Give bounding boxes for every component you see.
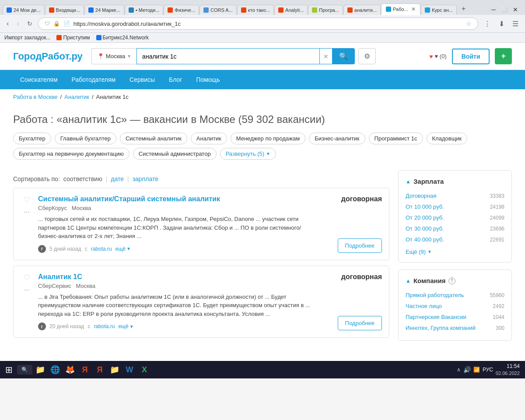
- details-button-1[interactable]: Подробнее: [338, 238, 382, 253]
- source-link-1[interactable]: rabota.ru: [91, 246, 112, 252]
- tab-5[interactable]: Физиче...: [164, 5, 199, 15]
- back-button[interactable]: ‹: [4, 19, 11, 28]
- salary-more-button[interactable]: Ещё (9) ▼: [406, 248, 504, 255]
- new-tab-button[interactable]: +: [457, 3, 470, 15]
- taskbar-up-icon[interactable]: ∧: [457, 367, 461, 373]
- nav-item-servisy[interactable]: Сервисы: [122, 70, 162, 89]
- tag-analitik[interactable]: Аналитик: [191, 133, 227, 144]
- tab-2[interactable]: Входящи...: [45, 5, 84, 15]
- login-button[interactable]: Войти: [452, 49, 490, 64]
- extensions-icon[interactable]: ⋮: [482, 19, 493, 29]
- tab-1[interactable]: 24 Мои де...: [3, 5, 45, 15]
- tab-8[interactable]: Analyti...: [274, 5, 308, 15]
- tag-menedzher[interactable]: Менеджер по продажам: [231, 133, 305, 144]
- salary-row-4[interactable]: От 40 000 руб. 22691: [406, 234, 504, 245]
- job-description-1: ... торговых сетей и их поставщики, 1С, …: [38, 215, 315, 241]
- taskbar-files-icon[interactable]: 📁: [33, 363, 47, 377]
- search-button[interactable]: 🔍: [332, 48, 355, 64]
- expand-tags-button[interactable]: Развернуть (5) ▼: [220, 148, 276, 160]
- salary-row-2[interactable]: От 20 000 руб. 24099: [406, 212, 504, 223]
- nav-item-rabotodatelyam[interactable]: Работодателям: [65, 70, 123, 89]
- company-row-2[interactable]: Партнерские Вакансии 1044: [406, 312, 504, 322]
- sort-by-salary[interactable]: зарплате: [133, 175, 158, 182]
- favorites-button[interactable]: ♥ ♥ (0): [429, 53, 447, 60]
- company-row-1[interactable]: Частное лицо 2492: [406, 301, 504, 312]
- tag-glavny-buhgalter[interactable]: Главный бухгалтер: [55, 133, 116, 144]
- salary-row-0[interactable]: Договорная 33383: [406, 190, 504, 201]
- nav-item-blog[interactable]: Блог: [162, 70, 189, 89]
- job-title-1[interactable]: Системный аналитик/Старший системный ана…: [38, 195, 220, 203]
- tag-kladovshik[interactable]: Кладовщик: [427, 133, 468, 144]
- taskbar-speaker-icon[interactable]: 🔊: [463, 366, 471, 373]
- sort-by-relevance[interactable]: соответствию: [63, 175, 102, 182]
- more-sources-2[interactable]: ещё ▼: [118, 323, 133, 329]
- favorite-heart-2[interactable]: ♡: [23, 273, 30, 283]
- taskbar-search[interactable]: 🔍: [17, 365, 32, 374]
- nav-item-soiskatelyam[interactable]: Соискателям: [13, 70, 65, 89]
- search-input[interactable]: [136, 48, 319, 64]
- bookmark-import[interactable]: Импорт закладок...: [4, 35, 50, 41]
- tab-4[interactable]: • Методи...: [125, 5, 163, 15]
- add-vacancy-button[interactable]: +: [495, 48, 512, 64]
- company-help-icon[interactable]: ?: [448, 277, 455, 284]
- tag-programmist-1s[interactable]: Программист 1с: [369, 133, 423, 144]
- breadcrumb-analytik[interactable]: Аналитик: [64, 94, 89, 100]
- more-sources-1[interactable]: ещё ▼: [116, 246, 131, 252]
- tab-10[interactable]: аналити...: [343, 5, 381, 15]
- location-selector[interactable]: 📍 Москва ▼: [91, 48, 136, 64]
- company-row-0[interactable]: Прямой работодатель 55960: [406, 290, 504, 301]
- taskbar-firefox-icon[interactable]: 🦊: [63, 363, 77, 377]
- taskbar-excel-icon[interactable]: X: [137, 363, 151, 377]
- tag-sistemny-analitik[interactable]: Системный аналитик: [120, 133, 187, 144]
- sort-label: Сортировать по:: [13, 175, 60, 182]
- taskbar-yandex-icon[interactable]: Я: [78, 363, 92, 377]
- taskbar-yandex2-icon[interactable]: Я: [93, 363, 107, 377]
- close-button[interactable]: ✕: [513, 6, 518, 13]
- company-collapse-icon[interactable]: ▲: [406, 278, 411, 284]
- tab-11[interactable]: Курс ан...: [421, 5, 457, 15]
- menu-icon[interactable]: ☰: [510, 19, 521, 29]
- bookmark-bitrix[interactable]: Битрикс24.Network: [96, 35, 149, 41]
- tab-active[interactable]: Рабо... ✕: [381, 4, 420, 15]
- start-button[interactable]: ⊞: [2, 363, 16, 377]
- taskbar-network-icon[interactable]: 📶: [473, 367, 480, 373]
- salary-row-3[interactable]: От 30 000 руб. 23696: [406, 223, 504, 234]
- company-row-3[interactable]: Иннотех, Группа компаний 300: [406, 322, 504, 333]
- forward-button[interactable]: ›: [14, 19, 21, 28]
- tab-9[interactable]: Програ...: [308, 5, 343, 15]
- download-icon[interactable]: ⬇: [497, 19, 507, 29]
- taskbar-word-icon[interactable]: W: [122, 363, 136, 377]
- taskbar-folder2-icon[interactable]: 📁: [108, 363, 122, 377]
- search-clear-button[interactable]: ✕: [319, 48, 332, 64]
- more-options-2[interactable]: ···: [24, 286, 29, 294]
- salary-row-1[interactable]: От 10 000 руб. 24198: [406, 201, 504, 212]
- address-bar[interactable]: 🛡 🔒 📄 https://moskva.gorodrabot.ru/анали…: [38, 18, 478, 30]
- tab-6[interactable]: CORS A...: [200, 5, 237, 15]
- tag-buhgalter[interactable]: Бухгалтер: [13, 133, 51, 144]
- tab-7[interactable]: кто тако...: [237, 5, 274, 15]
- filter-button[interactable]: ⚙: [358, 48, 376, 64]
- taskbar-chrome-icon[interactable]: 🌐: [48, 363, 62, 377]
- favorite-heart-1[interactable]: ♡: [23, 195, 30, 205]
- breadcrumb-home[interactable]: Работа в Москве: [13, 94, 57, 100]
- salary-collapse-icon[interactable]: ▲: [406, 178, 411, 185]
- star-icon[interactable]: ☆: [466, 20, 472, 27]
- tag-sistemny-admin[interactable]: Системный администратор: [133, 148, 217, 160]
- details-button-2[interactable]: Подробнее: [338, 316, 382, 330]
- tag-buhgalter-pervichnaya[interactable]: Бухгалтер на первичную документацию: [13, 148, 130, 160]
- source-link-2[interactable]: rabota.ru: [94, 323, 115, 329]
- tag-biznes-analitik[interactable]: Бизнес-аналитик: [309, 133, 365, 144]
- more-options-1[interactable]: ···: [24, 208, 29, 216]
- breadcrumb-sep-2: /: [92, 94, 94, 100]
- sort-by-date[interactable]: дате: [111, 175, 124, 182]
- tab-3[interactable]: 24 Марке...: [84, 5, 124, 15]
- lock-icon: 🔒: [53, 21, 60, 27]
- maximize-button[interactable]: ⬜: [501, 7, 508, 13]
- minimize-button[interactable]: ─: [491, 6, 496, 13]
- nav-item-pomoshch[interactable]: Помощь: [189, 70, 227, 89]
- refresh-button[interactable]: ↻: [25, 19, 35, 28]
- close-tab-icon[interactable]: ✕: [411, 6, 416, 12]
- site-logo[interactable]: ГородРабот.ру: [13, 51, 83, 62]
- bookmark-pristupim[interactable]: Приступим: [56, 35, 90, 41]
- job-title-2[interactable]: Аналитик 1С: [38, 273, 82, 280]
